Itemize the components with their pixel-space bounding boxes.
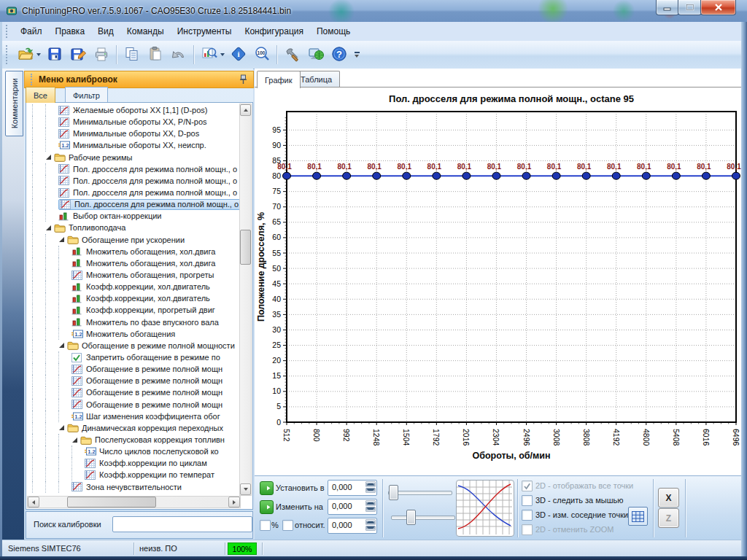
change-by-value[interactable]: 0,000 [332, 502, 352, 510]
tree-item-body[interactable]: Обогащение в режиме полной мощн [71, 388, 224, 397]
dropdown-caret-icon[interactable] [220, 53, 225, 56]
chart-view-button[interactable] [198, 44, 220, 66]
apply-change-button[interactable] [260, 500, 274, 514]
tree-item-body[interactable]: Коэфф.коррекции, прогретый двиг [71, 306, 217, 315]
copy-button[interactable] [121, 44, 143, 66]
tree-item[interactable]: Обогащение в режиме полной мощн [28, 386, 240, 398]
tree-item-body[interactable]: Зона нечувствительности [71, 482, 183, 491]
menu-item-2[interactable]: Правка [49, 23, 92, 39]
calibration-search-input[interactable] [112, 516, 252, 532]
zoom-100-button[interactable]: 100 [251, 44, 273, 66]
tree-item[interactable]: Множитель обогащения, хол.двига [28, 257, 240, 269]
tree-item[interactable]: Множитель обогащения, прогреты [28, 269, 240, 281]
tree-item-body[interactable]: Множитель обогащения, прогреты [71, 271, 215, 280]
tree-hscrollbar[interactable] [27, 496, 241, 508]
tree-item-body[interactable]: Обогащение в режиме полной мощн [71, 365, 224, 374]
tree-item[interactable]: Рабочие режимы [28, 152, 240, 163]
tree-item[interactable]: Коэфф.коррекции, хол.двигатель [28, 281, 240, 292]
tree-item-body[interactable]: Обогащение в режиме полной мощности [67, 341, 236, 350]
set-to-value[interactable]: 0,000 [332, 483, 352, 491]
chart-area[interactable]: Пол. дросселя для режима полной мощн., o… [255, 87, 741, 476]
menu-item-5[interactable]: Инструменты [171, 23, 239, 39]
tree-item[interactable]: Обогащение в режиме полной мощн [28, 399, 240, 411]
pin-icon[interactable] [239, 74, 247, 86]
online-button[interactable] [305, 44, 327, 66]
spin-up-button[interactable] [365, 519, 376, 525]
sidebar-tab-все[interactable]: Все [26, 87, 55, 103]
tree-expander-icon[interactable] [45, 225, 54, 231]
tree-item[interactable]: Пол. дросселя для режима полной мощн., o [28, 187, 240, 198]
tree-item[interactable]: Обогащение в режиме полной мощн [28, 363, 240, 375]
tree-item[interactable]: Запретить обогащение в режиме по [28, 351, 240, 363]
close-button[interactable] [700, 0, 736, 15]
tree-item[interactable]: Пол. дросселя для режима полной мощн., o [28, 175, 240, 187]
spin-up-button[interactable] [365, 481, 376, 487]
checkbox-2[interactable] [522, 495, 533, 506]
tree-item[interactable]: Коэфф.коррекции по температ [28, 469, 240, 481]
change-by-spinner[interactable]: 0,000 [328, 499, 377, 515]
relative-checkbox[interactable] [282, 520, 293, 531]
axis-button-z[interactable]: Z [658, 508, 679, 528]
tree-item[interactable]: Множитель по фазе впускного вала [28, 316, 240, 328]
tree-item-body[interactable]: Выбор октан-коррекции [58, 211, 163, 221]
tree-item[interactable]: Обогащение в режиме полной мощности [28, 340, 240, 351]
menu-item-7[interactable]: Помощь [310, 23, 357, 39]
tree-item-body[interactable]: Обогащение при ускорении [67, 235, 186, 244]
tree-item-body[interactable]: Коэфф.коррекции по температ [85, 470, 216, 480]
tree-item-selected[interactable]: Пол. дросселя для режима полной мощн., o [58, 199, 240, 210]
tree-item-body[interactable]: Послепусковая коррекция топливн [80, 435, 226, 445]
tree-item-body[interactable]: Обогащение в режиме полной мощн [71, 376, 224, 386]
tree-item[interactable]: Зона нечувствительности [28, 481, 240, 493]
title-bar[interactable]: ChipTuningPRO ver.7.5.9.1067 - CAO95E30 … [0, 0, 747, 23]
undo-button[interactable] [168, 44, 190, 66]
help-button[interactable]: ? [328, 44, 350, 66]
tree-item[interactable]: Топливоподача [28, 222, 240, 233]
horizontal-slider-2[interactable] [391, 516, 455, 520]
tree-item[interactable]: 1.2Минимальные обороты ХХ, неиспр. [28, 139, 240, 151]
dropdown-caret-icon[interactable] [36, 53, 41, 56]
axis-button-x[interactable]: X [658, 488, 679, 508]
tree-item-body[interactable]: Множитель по фазе впускного вала [71, 317, 220, 327]
maximize-button[interactable] [678, 0, 702, 15]
percent-checkbox[interactable] [260, 520, 271, 531]
tree-item-body[interactable]: Запретить обогащение в режиме по [71, 353, 222, 362]
tree-item[interactable]: Коэфф.коррекции по циклам [28, 457, 240, 469]
slider-1-thumb[interactable] [389, 485, 398, 500]
tree-item-body[interactable]: 1.2Множитель обогащения [71, 330, 177, 338]
scroll-left-button[interactable] [28, 497, 39, 508]
tree-item[interactable]: Послепусковая коррекция топливн [28, 434, 240, 446]
tree-item-body[interactable]: Минимальные обороты ХХ, D-pos [58, 129, 201, 139]
checkbox-4[interactable] [522, 524, 533, 535]
curves-preview-button[interactable] [456, 480, 514, 537]
tree-item-body[interactable]: Коэфф.коррекции, хол.двигатель [71, 294, 212, 303]
sidebar-tab-фильтр[interactable]: Фильтр [65, 87, 108, 103]
checkbox-3[interactable] [522, 510, 533, 521]
menu-item-4[interactable]: Команды [120, 23, 171, 39]
edit-grid-button[interactable] [628, 507, 648, 526]
tree-item-body[interactable]: Топливоподача [54, 223, 127, 233]
vscroll-thumb[interactable] [240, 230, 251, 265]
open-file-button[interactable] [15, 44, 36, 66]
tree-item[interactable]: Множитель обогащения, хол.двига [28, 246, 240, 257]
tree-expander-icon[interactable] [58, 342, 67, 349]
scroll-up-button[interactable] [240, 104, 251, 116]
tree-item[interactable]: Обогащение при ускорении [28, 234, 240, 246]
tree-item[interactable]: Желаемые обороты ХХ [1,1] (D-pos) [28, 104, 240, 116]
tree-item[interactable]: Динамическая коррекция переходных [28, 422, 240, 434]
throttle-position-chart[interactable]: Пол. дросселя для режима полной мощн., o… [255, 88, 741, 476]
slider-2-thumb[interactable] [406, 510, 416, 525]
set-to-spinner[interactable]: 0,000 [328, 480, 377, 496]
save-button[interactable] [44, 44, 66, 66]
tree-item-body[interactable]: Желаемые обороты ХХ [1,1] (D-pos) [58, 106, 209, 115]
spin-up-button[interactable] [365, 500, 376, 506]
tree-expander-icon[interactable] [45, 154, 54, 160]
tree-item-body[interactable]: 1.2Шаг изменения коэффициента обог [71, 412, 222, 421]
tree-item[interactable]: Минимальные обороты ХХ, P/N-pos [28, 116, 240, 128]
relative-spinner[interactable]: 0,000 [328, 518, 377, 534]
save-as-button[interactable] [67, 44, 89, 66]
tree-vscrollbar[interactable] [239, 104, 252, 496]
tools-button[interactable] [282, 44, 303, 66]
tree-item[interactable]: Пол. дросселя для режима полной мощн., o [28, 198, 240, 210]
spin-down-button[interactable] [365, 507, 376, 513]
tree-item[interactable]: Минимальные обороты ХХ, D-pos [28, 128, 240, 139]
